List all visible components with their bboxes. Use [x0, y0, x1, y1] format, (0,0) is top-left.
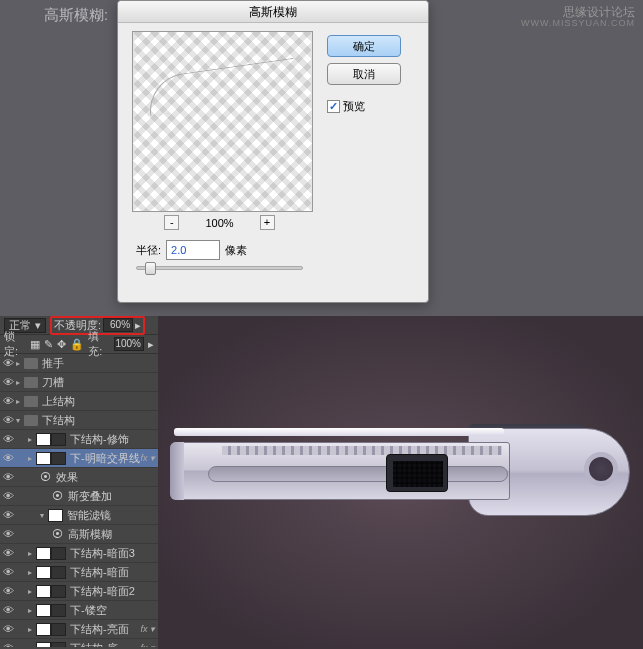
disclosure-triangle-icon[interactable]: ▸ [16, 359, 24, 368]
layer-name: 效果 [56, 470, 78, 485]
folder-icon [24, 415, 38, 426]
visibility-icon[interactable]: 👁 [0, 490, 16, 502]
radius-slider[interactable] [136, 266, 303, 270]
fill-label: 填充: [88, 329, 110, 359]
disclosure-triangle-icon[interactable]: ▸ [28, 644, 36, 648]
fx-badge[interactable]: fx ▾ [140, 453, 155, 463]
visibility-icon[interactable]: 👁 [0, 395, 16, 407]
disclosure-triangle-icon[interactable]: ▸ [28, 625, 36, 634]
layer-name: 斯变叠加 [68, 489, 112, 504]
opacity-stepper-icon[interactable]: ▸ [135, 319, 141, 332]
visibility-icon[interactable]: 👁 [0, 604, 16, 616]
zoom-out-button[interactable]: - [164, 215, 179, 230]
layer-thumbnail [36, 452, 51, 465]
smart-filter-thumbnail [48, 509, 63, 522]
utility-knife-illustration [170, 424, 630, 520]
mask-thumbnail [51, 585, 66, 598]
visibility-icon[interactable]: 👁 [0, 623, 16, 635]
disclosure-triangle-icon[interactable]: ▾ [40, 511, 48, 520]
canvas-artwork [158, 316, 643, 649]
layer-name: 下结构-亮面 [70, 622, 129, 637]
layer-row[interactable]: 👁▸下结构-暗面 [0, 563, 158, 582]
layer-row[interactable]: 👁▸下结构-暗面2 [0, 582, 158, 601]
disclosure-triangle-icon[interactable]: ▸ [16, 378, 24, 387]
disclosure-triangle-icon[interactable]: ▸ [28, 549, 36, 558]
radius-unit: 像素 [225, 243, 247, 258]
lock-paint-icon[interactable]: ✎ [44, 338, 53, 351]
dialog-title: 高斯模糊 [118, 1, 428, 23]
layer-row[interactable]: 👁▸下结构-修饰 [0, 430, 158, 449]
visibility-icon[interactable]: 👁 [0, 642, 16, 647]
layer-list[interactable]: 👁▸推手👁▸刀槽👁▸上结构👁▾下结构👁▸下结构-修饰👁▸下-明暗交界线fx ▾👁… [0, 354, 158, 647]
layer-thumbnail [36, 623, 51, 636]
layer-name: 下-镂空 [70, 603, 107, 618]
disclosure-triangle-icon[interactable]: ▸ [28, 435, 36, 444]
folder-icon [24, 377, 38, 388]
disclosure-triangle-icon[interactable]: ▾ [16, 416, 24, 425]
layer-row[interactable]: 👁▸下结构-亮面fx ▾ [0, 620, 158, 639]
visibility-icon[interactable]: 👁 [0, 414, 16, 426]
visibility-icon[interactable]: 👁 [0, 452, 16, 464]
visibility-icon[interactable]: 👁 [0, 566, 16, 578]
disclosure-triangle-icon[interactable]: ▸ [28, 587, 36, 596]
slider-thumb[interactable] [145, 262, 156, 275]
effect-bullet-icon: ⦿ [40, 471, 52, 483]
mask-thumbnail [51, 566, 66, 579]
preview-checkbox[interactable]: ✓ [327, 100, 340, 113]
layer-name: 上结构 [42, 394, 75, 409]
zoom-percent: 100% [205, 217, 233, 229]
lock-label: 锁定: [4, 329, 26, 359]
layer-thumbnail [36, 547, 51, 560]
layer-row[interactable]: 👁⦿效果 [0, 468, 158, 487]
preview-checkbox-label: 预览 [343, 99, 365, 114]
layer-row[interactable]: 👁▾下结构 [0, 411, 158, 430]
filter-preview[interactable] [132, 31, 313, 212]
fx-badge[interactable]: fx ▾ [140, 624, 155, 634]
cancel-button[interactable]: 取消 [327, 63, 401, 85]
mask-thumbnail [51, 452, 66, 465]
layer-thumbnail [36, 604, 51, 617]
fx-badge[interactable]: fx ▾ [140, 643, 155, 647]
ok-button[interactable]: 确定 [327, 35, 401, 57]
visibility-icon[interactable]: 👁 [0, 357, 16, 369]
lock-all-icon[interactable]: 🔒 [70, 338, 84, 351]
visibility-icon[interactable]: 👁 [0, 585, 16, 597]
fill-stepper-icon[interactable]: ▸ [148, 338, 154, 351]
disclosure-triangle-icon[interactable]: ▸ [28, 568, 36, 577]
visibility-icon[interactable]: 👁 [0, 471, 16, 483]
mask-thumbnail [51, 623, 66, 636]
lock-move-icon[interactable]: ✥ [57, 338, 66, 351]
layer-thumbnail [36, 433, 51, 446]
disclosure-triangle-icon[interactable]: ▸ [28, 606, 36, 615]
visibility-icon[interactable]: 👁 [0, 376, 16, 388]
visibility-icon[interactable]: 👁 [0, 509, 16, 521]
gaussian-blur-dialog: 高斯模糊 - 100% + 半径: 像素 [117, 0, 429, 303]
visibility-icon[interactable]: 👁 [0, 433, 16, 445]
disclosure-triangle-icon[interactable]: ▸ [16, 397, 24, 406]
layer-row[interactable]: 👁▸下结构-暗面3 [0, 544, 158, 563]
layer-row[interactable]: 👁▸刀槽 [0, 373, 158, 392]
layers-panel: 正常▾ 不透明度: 60% ▸ 锁定: ▦ ✎ ✥ 🔒 填充: 100% ▸ 👁… [0, 316, 158, 649]
tutorial-label: 高斯模糊: [44, 6, 108, 25]
layer-name: 下结构-修饰 [70, 432, 129, 447]
layer-row[interactable]: 👁▸下-明暗交界线fx ▾ [0, 449, 158, 468]
disclosure-triangle-icon[interactable]: ▸ [28, 454, 36, 463]
layer-name: 下-明暗交界线 [70, 451, 140, 466]
preview-curve [145, 58, 299, 117]
mask-thumbnail [51, 642, 66, 648]
layer-row[interactable]: 👁⦿斯变叠加 [0, 487, 158, 506]
layer-row[interactable]: 👁⦿高斯模糊 [0, 525, 158, 544]
fill-field[interactable]: 100% [114, 337, 144, 351]
radius-input[interactable] [166, 240, 220, 260]
layer-row[interactable]: 👁▸下结构-底fx ▾ [0, 639, 158, 647]
layer-row[interactable]: 👁▸上结构 [0, 392, 158, 411]
layer-row[interactable]: 👁▾智能滤镜 [0, 506, 158, 525]
layer-thumbnail [36, 585, 51, 598]
layer-row[interactable]: 👁▸下-镂空 [0, 601, 158, 620]
visibility-icon[interactable]: 👁 [0, 547, 16, 559]
layer-thumbnail [36, 566, 51, 579]
visibility-icon[interactable]: 👁 [0, 528, 16, 540]
layer-name: 推手 [42, 356, 64, 371]
lock-transparency-icon[interactable]: ▦ [30, 338, 40, 351]
zoom-in-button[interactable]: + [260, 215, 275, 230]
